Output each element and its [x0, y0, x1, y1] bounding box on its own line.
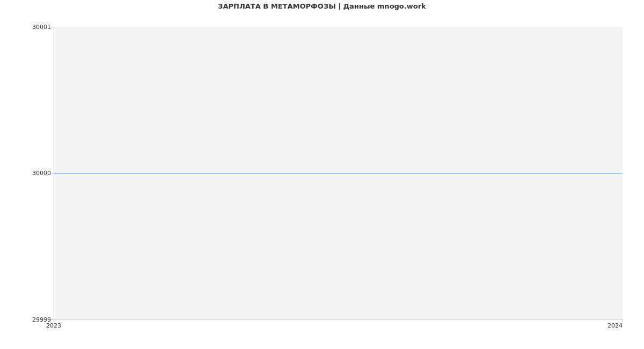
y-tick-label: 30000 — [32, 170, 51, 177]
x-tick-mark — [622, 319, 623, 322]
chart-title: ЗАРПЛАТА В МЕТАМОРФОЗЫ | Данные mnogo.wo… — [0, 2, 644, 10]
x-tick-label: 2023 — [46, 322, 61, 329]
x-tick-mark — [54, 319, 54, 322]
plot-area — [54, 27, 623, 319]
y-tick-mark — [51, 27, 54, 27]
x-tick-label: 2024 — [608, 322, 623, 329]
y-tick-mark — [51, 173, 54, 173]
y-tick-label: 30001 — [32, 24, 51, 31]
series-line — [54, 173, 623, 173]
